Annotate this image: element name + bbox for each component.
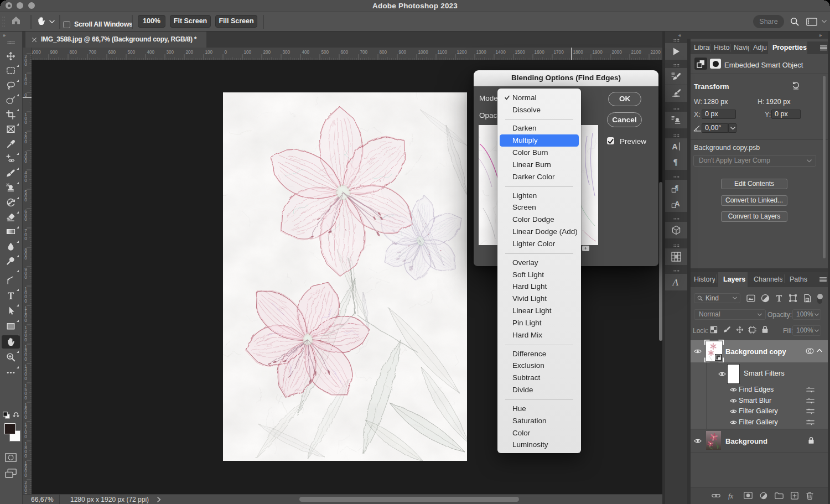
smart-filter-indicator-icon[interactable]	[806, 347, 814, 355]
dialog-title[interactable]: Blending Options (Find Edges)	[474, 70, 658, 86]
filter-smart-objects-icon[interactable]	[803, 294, 812, 303]
vertical-ruler[interactable]: 2001000100200300400500600700800900100011…	[23, 48, 32, 504]
tool-rectangle[interactable]	[2, 319, 20, 332]
panel-strip-handle[interactable]	[665, 133, 687, 138]
horizontal-ruler[interactable]: 1000900800700600500400300200100010020030…	[32, 48, 662, 60]
mask-properties-button[interactable]	[710, 59, 721, 69]
blend-mode-option-lighten[interactable]: Lighten	[500, 190, 579, 202]
smart-filter-row-filter-gallery-3[interactable]: Filter Gallery	[691, 417, 828, 428]
fill-select[interactable]: 100%	[792, 325, 821, 336]
collapse-filters-chevron-icon[interactable]	[817, 349, 822, 352]
y-input[interactable]: 0 px	[771, 110, 801, 119]
blend-mode-option-lighter-color[interactable]: Lighter Color	[500, 238, 579, 250]
zoom-100-button[interactable]: 100%	[138, 15, 165, 28]
new-group-icon[interactable]	[775, 492, 784, 499]
filter-adjustment-layers-icon[interactable]	[761, 294, 770, 303]
blend-mode-option-dissolve[interactable]: Dissolve	[500, 104, 579, 116]
filter-eye-icon[interactable]	[730, 387, 737, 392]
filter-eye-icon[interactable]	[730, 409, 737, 414]
layer-filtering-toggle[interactable]	[817, 294, 822, 304]
blend-mode-option-vivid-light[interactable]: Vivid Light	[500, 293, 579, 305]
convert-to-linked-button[interactable]: Convert to Linked...	[721, 195, 787, 206]
cancel-button[interactable]: Cancel	[607, 112, 642, 127]
convert-to-layers-button[interactable]: Convert to Layers	[721, 211, 787, 222]
edit-contents-button[interactable]: Edit Contents	[721, 179, 787, 189]
layer-row-background[interactable]: Background	[691, 429, 828, 453]
filter-mask-thumbnail[interactable]	[728, 365, 739, 383]
workspace-chevron-icon[interactable]	[822, 20, 827, 23]
smart-filters-eye-icon[interactable]	[718, 371, 726, 377]
filter-blending-options-icon[interactable]	[806, 386, 815, 393]
x-input[interactable]: 0 px	[702, 110, 736, 119]
background-thumbnail[interactable]	[706, 431, 721, 450]
panel-strip-brushes[interactable]	[665, 85, 687, 102]
share-button[interactable]: Share	[753, 15, 784, 28]
tool-eraser[interactable]	[2, 211, 20, 224]
toolbar-drag-handle[interactable]	[0, 40, 22, 44]
tool-lasso[interactable]	[2, 79, 20, 92]
tool-objselect[interactable]	[2, 93, 20, 107]
layer-thumbnail[interactable]	[706, 341, 722, 361]
properties-panel-menu-icon[interactable]	[820, 45, 827, 50]
filter-blending-options-icon[interactable]	[806, 419, 815, 426]
fit-screen-button[interactable]: Fit Screen	[170, 15, 211, 28]
panel-strip-clone-source[interactable]	[665, 112, 687, 128]
link-layers-icon[interactable]	[712, 492, 720, 499]
hand-tool-icon[interactable]	[37, 16, 46, 25]
zoom-level-field[interactable]: 66,67%	[31, 496, 54, 503]
tool-marquee[interactable]	[2, 64, 20, 77]
tool-move[interactable]	[2, 49, 20, 63]
tool-historybrush[interactable]	[2, 196, 20, 209]
blend-mode-option-overlay[interactable]: Overlay	[500, 257, 579, 269]
filter-blending-options-icon[interactable]	[806, 408, 815, 415]
panel-strip-actions[interactable]	[665, 43, 687, 60]
tab-histogram[interactable]: Histogram	[713, 41, 730, 54]
tool-hand[interactable]	[2, 335, 20, 349]
lock-transparent-icon[interactable]	[710, 326, 718, 334]
lock-all-icon[interactable]	[761, 325, 769, 334]
blend-mode-option-color[interactable]: Color	[500, 427, 579, 439]
tab-history[interactable]: History	[691, 272, 715, 287]
panel-strip-handle[interactable]	[665, 174, 687, 179]
panel-strip-handle[interactable]	[665, 243, 687, 248]
delete-layer-icon[interactable]	[806, 492, 813, 500]
home-icon[interactable]	[11, 15, 21, 25]
smart-filter-row-smart-blur[interactable]: Smart Blur	[691, 396, 828, 407]
tool-pathselect[interactable]	[2, 304, 20, 318]
filter-blending-options-icon[interactable]	[806, 397, 815, 404]
new-adjustment-layer-icon[interactable]	[760, 492, 767, 500]
ok-button[interactable]: OK	[608, 92, 641, 106]
foreground-color-swatch[interactable]	[4, 423, 15, 434]
layer1-name[interactable]: Background copy	[725, 347, 786, 356]
tool-stamp[interactable]	[2, 181, 20, 195]
filter-eye-icon[interactable]	[730, 420, 737, 425]
layers-panel-menu-icon[interactable]	[819, 277, 827, 282]
blend-mode-option-linear-burn[interactable]: Linear Burn	[500, 159, 579, 171]
tool-brush[interactable]	[2, 167, 20, 180]
tool-zoom[interactable]	[2, 351, 20, 364]
tab-libraries[interactable]: Libraries	[693, 41, 710, 54]
opacity-select[interactable]: 100%	[792, 309, 821, 320]
tab-adjustments[interactable]: Adjustments	[752, 41, 767, 54]
blend-mode-option-color-burn[interactable]: Color Burn	[500, 147, 579, 159]
options-bar-grip[interactable]	[2, 16, 5, 28]
tool-ellipsis[interactable]	[2, 366, 20, 379]
tool-eyedropper[interactable]	[2, 137, 20, 150]
properties-scrollbar-thumb[interactable]	[823, 76, 826, 258]
pin-smart-object-button[interactable]	[694, 58, 707, 70]
filter-pixel-layers-icon[interactable]	[746, 294, 755, 303]
swap-colors-icon[interactable]	[13, 412, 19, 418]
quick-mask-icon[interactable]	[5, 453, 17, 462]
layer-comp-select[interactable]: Don't Apply Layer Comp	[693, 155, 816, 167]
blend-mode-option-screen[interactable]: Screen	[500, 201, 579, 214]
tab-channels[interactable]: Channels	[751, 272, 782, 287]
panel-strip-handle[interactable]	[665, 38, 687, 43]
tool-dodge[interactable]	[2, 254, 20, 268]
tool-blur[interactable]	[2, 240, 20, 253]
new-layer-icon[interactable]	[791, 492, 798, 500]
angle-dropdown[interactable]	[728, 123, 736, 133]
blend-mode-option-hue[interactable]: Hue	[500, 403, 579, 415]
panel-strip-pattern-preview[interactable]	[665, 248, 687, 265]
panel-strip-paragraph-styles[interactable]: ¶	[665, 180, 687, 196]
blend-mode-option-darker-color[interactable]: Darker Color	[500, 171, 579, 183]
